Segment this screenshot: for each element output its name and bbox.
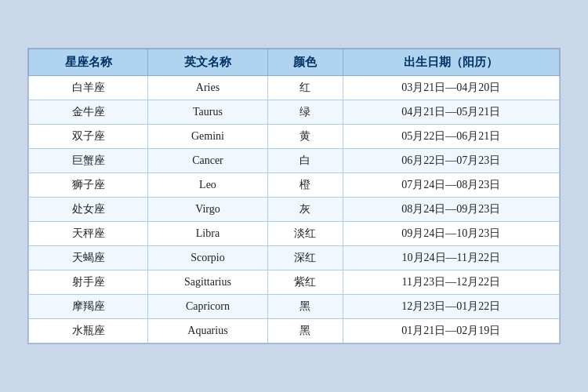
table-row: 处女座Virgo灰08月24日—09月23日 [29, 198, 560, 222]
cell-color: 深红 [267, 246, 343, 270]
cell-english: Gemini [148, 125, 267, 149]
cell-english: Aquarius [148, 319, 267, 343]
col-header-color: 颜色 [267, 49, 343, 76]
table-row: 双子座Gemini黄05月22日—06月21日 [29, 125, 560, 149]
cell-chinese: 射手座 [29, 270, 148, 295]
cell-color: 紫红 [267, 270, 343, 295]
cell-color: 黄 [267, 125, 343, 149]
cell-date: 09月24日—10月23日 [343, 222, 559, 246]
cell-date: 10月24日—11月22日 [343, 246, 559, 270]
table-row: 射手座Sagittarius紫红11月23日—12月22日 [29, 270, 560, 295]
cell-color: 红 [267, 76, 343, 100]
cell-english: Cancer [148, 149, 267, 173]
cell-date: 12月23日—01月22日 [343, 295, 559, 319]
cell-chinese: 处女座 [29, 198, 148, 222]
table-header-row: 星座名称 英文名称 颜色 出生日期（阳历） [29, 49, 560, 76]
cell-chinese: 天秤座 [29, 222, 148, 246]
cell-english: Aries [148, 76, 267, 100]
cell-chinese: 狮子座 [29, 173, 148, 198]
cell-date: 01月21日—02月19日 [343, 319, 559, 343]
cell-color: 绿 [267, 100, 343, 125]
cell-color: 橙 [267, 173, 343, 198]
cell-chinese: 白羊座 [29, 76, 148, 100]
cell-color: 灰 [267, 198, 343, 222]
cell-color: 淡红 [267, 222, 343, 246]
cell-english: Sagittarius [148, 270, 267, 295]
cell-chinese: 天蝎座 [29, 246, 148, 270]
cell-color: 白 [267, 149, 343, 173]
table-row: 水瓶座Aquarius黑01月21日—02月19日 [29, 319, 560, 343]
cell-chinese: 巨蟹座 [29, 149, 148, 173]
cell-chinese: 双子座 [29, 125, 148, 149]
cell-date: 08月24日—09月23日 [343, 198, 559, 222]
zodiac-table-container: 星座名称 英文名称 颜色 出生日期（阳历） 白羊座Aries红03月21日—04… [27, 48, 561, 344]
table-row: 巨蟹座Cancer白06月22日—07月23日 [29, 149, 560, 173]
cell-chinese: 水瓶座 [29, 319, 148, 343]
zodiac-table: 星座名称 英文名称 颜色 出生日期（阳历） 白羊座Aries红03月21日—04… [28, 49, 560, 343]
cell-color: 黑 [267, 295, 343, 319]
cell-date: 04月21日—05月21日 [343, 100, 559, 125]
cell-english: Libra [148, 222, 267, 246]
cell-color: 黑 [267, 319, 343, 343]
table-row: 白羊座Aries红03月21日—04月20日 [29, 76, 560, 100]
table-row: 天蝎座Scorpio深红10月24日—11月22日 [29, 246, 560, 270]
table-row: 摩羯座Capricorn黑12月23日—01月22日 [29, 295, 560, 319]
cell-english: Leo [148, 173, 267, 198]
cell-english: Capricorn [148, 295, 267, 319]
cell-english: Scorpio [148, 246, 267, 270]
col-header-english: 英文名称 [148, 49, 267, 76]
cell-date: 07月24日—08月23日 [343, 173, 559, 198]
cell-date: 05月22日—06月21日 [343, 125, 559, 149]
cell-date: 06月22日—07月23日 [343, 149, 559, 173]
table-row: 天秤座Libra淡红09月24日—10月23日 [29, 222, 560, 246]
cell-english: Virgo [148, 198, 267, 222]
col-header-chinese: 星座名称 [29, 49, 148, 76]
cell-chinese: 摩羯座 [29, 295, 148, 319]
table-row: 狮子座Leo橙07月24日—08月23日 [29, 173, 560, 198]
cell-chinese: 金牛座 [29, 100, 148, 125]
cell-date: 03月21日—04月20日 [343, 76, 559, 100]
cell-english: Taurus [148, 100, 267, 125]
table-row: 金牛座Taurus绿04月21日—05月21日 [29, 100, 560, 125]
col-header-date: 出生日期（阳历） [343, 49, 559, 76]
cell-date: 11月23日—12月22日 [343, 270, 559, 295]
